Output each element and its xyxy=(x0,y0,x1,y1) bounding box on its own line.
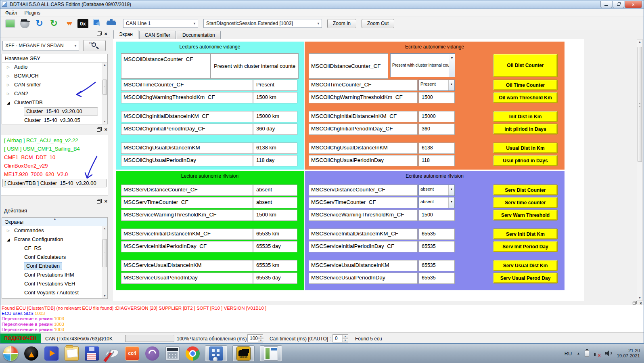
ecu-list-item[interactable]: [ Airbag ] RC7_ACU_eng_v2.22 xyxy=(1,136,108,145)
screens-tree-item[interactable]: ◢Ecrans Configuration xyxy=(2,235,102,244)
start-button[interactable] xyxy=(3,346,18,361)
collapsed-icon[interactable]: ▷ xyxy=(6,229,11,233)
scroll-thumb[interactable] xyxy=(102,239,107,267)
tray-expand-icon[interactable]: ▲ xyxy=(577,352,580,355)
tab-экран[interactable]: Экран xyxy=(113,30,138,39)
can-line-select[interactable]: CAN Line 1▼ xyxy=(123,19,198,28)
vehicle-select[interactable]: XFF - MEGANE IV SEDAN▼ xyxy=(2,41,79,50)
close-button[interactable]: × xyxy=(625,1,642,8)
scroll-up-icon[interactable]: ▲ xyxy=(102,63,107,67)
ecu-list-item[interactable]: [ Cluster/TDB ] Cluster_15-40_v3.20.00 xyxy=(2,179,107,187)
connector-icon[interactable] xyxy=(92,19,102,28)
chevron-down-icon[interactable]: ▼ xyxy=(448,80,454,90)
ecu-tree-item[interactable]: ▷BCM/UCH xyxy=(2,71,102,80)
valve-icon[interactable] xyxy=(106,18,117,29)
obd-check-window-button-frame[interactable]: CHECK xyxy=(232,345,255,362)
menu-item-plugins[interactable]: Plugins xyxy=(21,9,44,17)
write-button[interactable]: Serv Init Dist Km xyxy=(493,229,558,239)
speaker-icon[interactable] xyxy=(605,350,612,357)
ecu-list-item[interactable]: ME17.920_7000_620_V2.0 xyxy=(1,170,108,179)
zoom-in-button[interactable]: Zoom In xyxy=(327,19,356,28)
write-button[interactable]: Init Dist in Km xyxy=(493,111,558,122)
ecu-list-item[interactable]: ClimBoxGen2_v29 xyxy=(1,162,108,170)
ecu-tree-item[interactable]: ▷CAN2 xyxy=(2,89,102,98)
refresh-rate-spinner[interactable]: 100 ▲▼ xyxy=(247,334,263,342)
monitor-icon[interactable] xyxy=(5,18,16,29)
can-timeout-spinner[interactable]: 0 ▲▼ xyxy=(332,334,348,342)
clock[interactable]: 21:2019.07.2021 xyxy=(617,348,640,359)
spin-down-icon[interactable]: ▼ xyxy=(343,339,348,342)
field-input[interactable]: 15000 xyxy=(418,111,455,122)
viber-icon[interactable] xyxy=(145,346,159,361)
write-button[interactable]: Usual Dist in Km xyxy=(493,143,558,153)
write-button[interactable]: Usul p‖riod in Days xyxy=(493,155,558,166)
field-input[interactable]: 1500 xyxy=(418,210,455,221)
field-select[interactable]: absent▼ xyxy=(418,185,455,196)
screens-tree-header[interactable]: ▲Экраны xyxy=(2,218,107,226)
screens-tree-item[interactable]: Conf Voyants / Autotest xyxy=(2,288,102,297)
ecu-tree-item[interactable]: Cluster_15-40_v3.20.00 xyxy=(2,107,102,116)
screens-tree-item[interactable]: Conf Prestations IHM xyxy=(2,271,102,279)
language-indicator[interactable]: RU xyxy=(565,350,572,357)
write-button[interactable]: Oil Time Counter xyxy=(493,80,558,90)
field-input[interactable]: 65535 xyxy=(418,229,455,240)
ecu-list-item[interactable]: CMF1_BCM_DDT_10 xyxy=(1,153,108,162)
spin-down-icon[interactable]: ▼ xyxy=(258,339,263,342)
scroll-up-icon[interactable]: ▲ xyxy=(102,226,107,231)
field-select[interactable]: Present with cluster internal counter▼ xyxy=(390,53,455,77)
scroll-down-icon[interactable]: ▼ xyxy=(102,119,107,124)
chevron-down-icon[interactable]: ▼ xyxy=(449,54,455,77)
screens-tree-item[interactable]: Conf Entretien xyxy=(2,262,102,271)
sync-blue-icon[interactable] xyxy=(34,18,45,29)
screens-tree-item[interactable]: ▷Commandes xyxy=(2,226,102,235)
app-window-button-frame[interactable] xyxy=(260,345,282,362)
menu-item-файл[interactable]: Файл xyxy=(2,9,21,17)
write-button[interactable]: Serv Usual Perod Day xyxy=(493,273,558,283)
ecu-tree-scrollbar[interactable]: ▲ ▼ xyxy=(102,63,107,124)
field-input[interactable]: 65535 xyxy=(418,241,455,252)
close-panel-icon[interactable]: × xyxy=(104,31,107,37)
tab-documentation[interactable]: Documentation xyxy=(177,31,221,39)
scroll-down-icon[interactable]: ▼ xyxy=(637,296,642,300)
write-button[interactable]: Serv time counter xyxy=(493,197,558,208)
obd-check-window-button[interactable]: CHECK xyxy=(236,346,251,361)
collapsed-icon[interactable]: ▷ xyxy=(6,92,11,96)
ecu-tree-item[interactable]: Cluster_15-40_v3.30.05 xyxy=(2,116,102,124)
cc4-icon[interactable]: cc4 xyxy=(125,346,139,361)
hex-icon[interactable]: 0x xyxy=(77,18,88,29)
network-disconnected-icon[interactable] xyxy=(594,350,600,357)
write-button[interactable]: Serv Dist Counter xyxy=(493,185,558,195)
collapsed-icon[interactable]: ▷ xyxy=(6,65,11,69)
chrome-icon[interactable] xyxy=(186,346,200,361)
field-input[interactable]: 65535 xyxy=(418,273,455,284)
field-input[interactable]: 360 xyxy=(418,124,455,135)
spin-up-icon[interactable]: ▲ xyxy=(258,335,263,339)
expanded-icon[interactable]: ◢ xyxy=(6,101,11,105)
spin-up-icon[interactable]: ▲ xyxy=(343,335,348,339)
ecu-tree-item[interactable]: ▷CAN sniffer xyxy=(2,80,102,89)
aimp-icon[interactable] xyxy=(24,346,38,361)
screens-tree-scrollbar[interactable]: ▲ ▼ xyxy=(102,226,107,298)
ddt4all-ecu-window-button[interactable] xyxy=(209,346,223,361)
close-panel-icon[interactable]: × xyxy=(104,198,107,205)
spy-icon[interactable] xyxy=(19,18,30,29)
session-select[interactable]: StartDiagnosticSession.Extended [1003]▼ xyxy=(203,19,322,28)
write-button[interactable]: Oil warn Threshold Km xyxy=(493,92,558,103)
main-scrollbar[interactable]: ▲ ▼ xyxy=(637,39,643,301)
write-button[interactable]: Serv Init Period Day xyxy=(493,241,558,252)
restore-button[interactable] xyxy=(613,1,624,8)
write-button[interactable]: Oil Dist Counter xyxy=(493,54,558,77)
battery-icon[interactable] xyxy=(585,350,589,357)
tab-can-sniffer[interactable]: CAN Sniffer xyxy=(139,31,176,39)
float-panel-icon[interactable] xyxy=(633,302,636,304)
minimize-button[interactable] xyxy=(600,1,612,8)
chevron-down-icon[interactable]: ▼ xyxy=(448,185,454,195)
collapsed-icon[interactable]: ▷ xyxy=(6,74,11,78)
explorer-icon[interactable] xyxy=(65,346,79,361)
field-select[interactable]: absent▼ xyxy=(418,197,455,208)
ecu-tree-item[interactable]: ◢Cluster/TDB xyxy=(2,98,102,107)
collapsed-icon[interactable]: ▷ xyxy=(6,83,11,87)
write-button[interactable]: Serv Warn Threshold xyxy=(493,210,558,220)
search-button[interactable]: 010 xyxy=(83,40,106,51)
write-button[interactable]: init p‖riod in Days xyxy=(493,124,558,134)
